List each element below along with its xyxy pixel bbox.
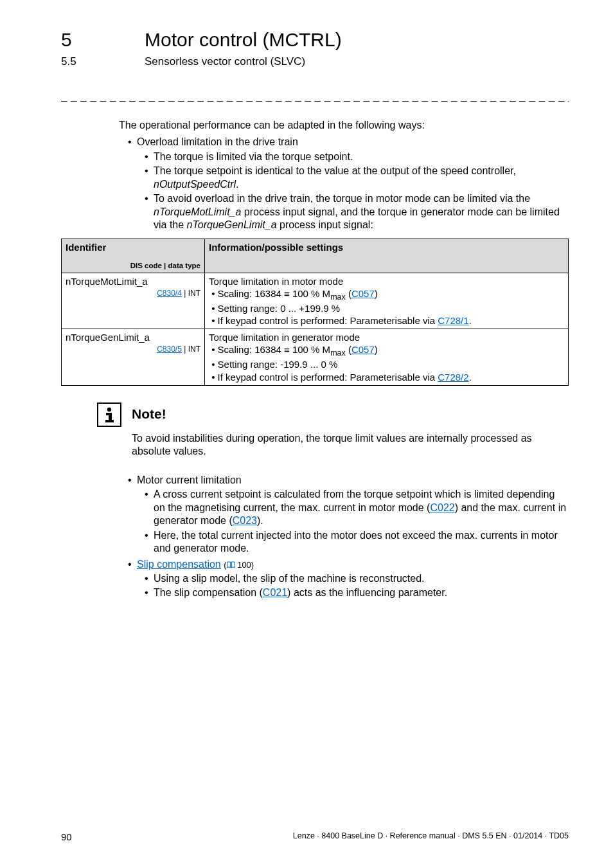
bullet-overload-sub3: To avoid overload in the drive train, th… [145, 192, 569, 231]
code-type: | INT [182, 289, 200, 298]
note-body: To avoid instabilities during operation,… [132, 432, 569, 458]
svg-rect-2 [109, 413, 112, 420]
table-row: nTorqueMotLimit_a C830/4 | INT Torque li… [62, 273, 569, 329]
svg-rect-3 [105, 420, 114, 422]
code-link[interactable]: C830/4 [157, 289, 182, 298]
th-label: Identifier [66, 242, 106, 253]
code-link[interactable]: C728/2 [438, 372, 468, 383]
desc-line: If keypad control is performed: Paramete… [218, 372, 438, 383]
code-link[interactable]: C728/1 [438, 315, 468, 326]
table-row: nTorqueGenLimit_a C830/5 | INT Torque li… [62, 329, 569, 386]
code-link[interactable]: C057 [351, 288, 375, 299]
subscript: max [330, 293, 346, 302]
text-fragment: ). [257, 515, 263, 526]
subscript: max [330, 348, 346, 357]
desc-line: Scaling: 16384 ≡ 100 % M [218, 288, 331, 299]
book-icon [227, 561, 235, 568]
desc-line: Setting range: -199.9 ... 0 % [218, 359, 338, 370]
text-fragment: ( [346, 288, 351, 299]
text-fragment: The torque setpoint is identical to the … [154, 165, 516, 176]
svg-point-0 [107, 408, 111, 411]
bullet-slip-sub2: The slip compensation (C021) acts as the… [145, 586, 569, 599]
text-fragment: To avoid overload in the drive train, th… [154, 193, 530, 204]
text-fragment: . [469, 315, 472, 326]
bullet-overload-label: Overload limitation in the drive train [137, 136, 298, 147]
chapter-title: Motor control (MCTRL) [145, 29, 342, 51]
slip-compensation-link[interactable]: Slip compensation [137, 559, 221, 570]
text-fragment: ( [346, 344, 351, 355]
code-type: | INT [182, 345, 200, 354]
identifier-italic: nTorqueGenLimit_a [187, 219, 277, 230]
dis-code-line: C830/4 | INT [66, 289, 200, 298]
page-ref-num: 100) [235, 560, 254, 570]
bullet-motor-current-sub1: A cross current setpoint is calculated f… [145, 488, 569, 527]
desc-line: Setting range: 0 ... +199.9 % [218, 303, 341, 314]
text-fragment: . [236, 179, 238, 190]
bullet-motor-current: Motor current limitation A cross current… [128, 474, 569, 556]
code-link[interactable]: C023 [233, 515, 257, 526]
desc-line: Torque limitation in generator mode [209, 332, 360, 343]
text-fragment: The slip compensation ( [154, 587, 263, 598]
table-header-identifier: Identifier DIS code | data type [62, 239, 205, 273]
page-footer: 90 Lenze · 8400 BaseLine D · Reference m… [61, 831, 569, 842]
code-link[interactable]: C022 [430, 502, 454, 513]
desc-line: Torque limitation in motor mode [209, 276, 343, 287]
identifier-name: nTorqueMotLimit_a [66, 276, 148, 287]
desc-line: If keypad control is performed: Paramete… [218, 315, 438, 326]
dis-code-line: C830/5 | INT [66, 345, 200, 354]
bullet-slip-sub1: Using a slip model, the slip of the mach… [145, 572, 569, 585]
intro-text: The operational performance can be adapt… [119, 119, 569, 132]
identifier-italic: nOutputSpeedCtrl [154, 179, 236, 190]
text-fragment: process input signal: [277, 219, 373, 230]
footer-meta: Lenze · 8400 BaseLine D · Reference manu… [293, 831, 569, 840]
page-ref: ( 100) [224, 560, 254, 570]
text-fragment: . [469, 372, 472, 383]
parameter-table: Identifier DIS code | data type Informat… [61, 239, 569, 386]
table-header-info: Information/possible settings [205, 239, 569, 273]
text-fragment: ) acts as the influencing parameter. [287, 587, 447, 598]
desc-line: Scaling: 16384 ≡ 100 % M [218, 344, 331, 355]
bullet-overload: Overload limitation in the drive train T… [128, 136, 569, 231]
code-link[interactable]: C830/5 [157, 345, 182, 354]
divider-dashes: _ _ _ _ _ _ _ _ _ _ _ _ _ _ _ _ _ _ _ _ … [61, 90, 569, 103]
identifier-italic: nTorqueMotLimit_a [154, 206, 241, 217]
section-number: 5.5 [61, 55, 76, 68]
code-link[interactable]: C057 [351, 344, 375, 355]
text-fragment: ) [375, 288, 378, 299]
note-label: Note! [132, 406, 166, 423]
section-title: Sensorless vector control (SLVC) [145, 55, 305, 68]
text-fragment: ) [375, 344, 378, 355]
bullet-label: Motor current limitation [137, 475, 242, 485]
bullet-slip-comp: Slip compensation ( 100) Using a slip mo… [128, 558, 569, 600]
bullet-overload-sub2: The torque setpoint is identical to the … [145, 165, 569, 191]
identifier-name: nTorqueGenLimit_a [66, 332, 150, 343]
chapter-number: 5 [61, 29, 72, 51]
note-block: Note! To avoid instabilities during oper… [61, 402, 569, 458]
info-icon [97, 402, 121, 427]
code-link[interactable]: C021 [263, 587, 287, 598]
page-number: 90 [61, 831, 72, 842]
bullet-motor-current-sub2: Here, the total current injected into th… [145, 529, 569, 556]
th-sublabel: DIS code | data type [66, 261, 200, 271]
bullet-overload-sub1: The torque is limited via the torque set… [145, 150, 569, 163]
